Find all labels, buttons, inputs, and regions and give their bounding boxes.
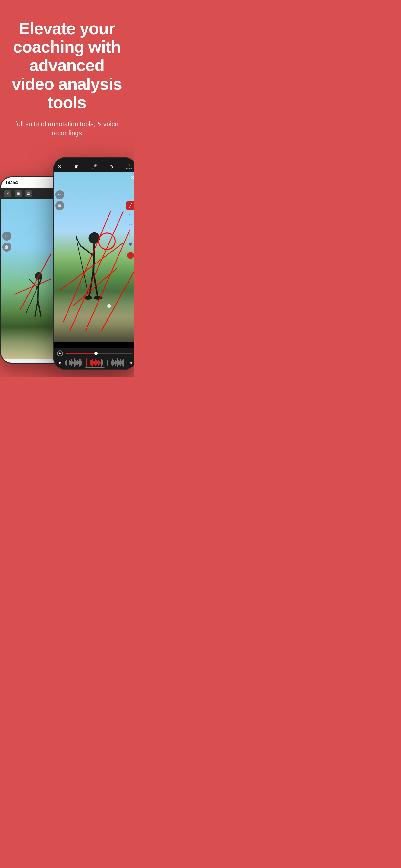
waveform-row: ⏮ ⏭: [57, 358, 133, 367]
progress-track[interactable]: [66, 352, 133, 353]
waveform-bar: [90, 360, 90, 365]
waveform-bar: [83, 360, 83, 366]
waveform-bar: [117, 358, 118, 367]
waveform-bar: [70, 361, 71, 365]
svg-point-24: [99, 233, 115, 250]
waveform-bar: [66, 360, 66, 366]
hero-subtitle: full suite of annotation tools, & voice …: [10, 120, 124, 137]
waveform-bar: [74, 358, 75, 367]
svg-line-21: [86, 230, 130, 331]
waveform-bar: [72, 361, 73, 364]
svg-line-1: [38, 280, 38, 301]
front-delete-btn[interactable]: 🗑: [55, 201, 64, 210]
svg-line-14: [89, 271, 93, 297]
waveform-bar: [125, 361, 125, 365]
arrow-tool-btn[interactable]: ↗: [126, 192, 134, 200]
fill-tool-btn[interactable]: ✱: [126, 240, 134, 249]
waveform-bar: [115, 360, 116, 366]
svg-point-9: [89, 232, 100, 244]
waveform-bar: [110, 359, 111, 367]
hero-title: Elevate your coaching with advanced vide…: [10, 20, 124, 112]
waveform-bar: [104, 359, 105, 366]
waveform-bar: [99, 361, 100, 365]
waveform-bar: [67, 361, 67, 364]
svg-point-25: [107, 304, 111, 308]
rect-tool-btn[interactable]: ▭: [126, 221, 134, 229]
front-bottom-controls: ▶ ⏮ ⏭: [54, 348, 134, 369]
pen-tool-btn[interactable]: ╱: [126, 202, 134, 210]
record-btn[interactable]: [126, 251, 134, 259]
svg-line-4: [35, 301, 38, 317]
back-undo-btn[interactable]: ↩: [2, 231, 11, 241]
waveform-bar: [75, 360, 76, 366]
waveform-bar: [71, 359, 72, 366]
svg-line-23: [101, 268, 134, 331]
svg-line-15: [93, 271, 97, 297]
waveform-bar: [64, 362, 64, 364]
waveform-bar: [114, 362, 115, 364]
squiggle-tool-btn[interactable]: 〜: [126, 211, 134, 220]
back-delete-btn[interactable]: 🗑: [2, 243, 11, 252]
waveform-bar: [86, 358, 86, 367]
waveform-bar: [87, 361, 88, 365]
waveform-bar: [106, 360, 107, 366]
back-save-btn[interactable]: 💾: [25, 190, 32, 197]
front-camera-btn[interactable]: ⊙: [110, 164, 113, 169]
front-undo-btn[interactable]: ↩: [55, 190, 64, 199]
svg-line-13: [76, 237, 89, 297]
svg-line-5: [38, 301, 41, 317]
waveform-bar: [81, 359, 81, 366]
progress-thumb: [94, 352, 97, 355]
waveform-bar: [109, 361, 110, 364]
play-button[interactable]: ▶: [57, 350, 63, 356]
phones-container: 14:54 ✕ ▣ 💾: [0, 157, 134, 376]
waveform-bar: [93, 361, 94, 364]
waveform-bar: [98, 360, 99, 366]
svg-point-16: [84, 296, 92, 300]
svg-line-20: [60, 243, 123, 290]
waveform-bar: [120, 359, 121, 366]
waveform-bar: [76, 361, 77, 365]
front-mic-btn[interactable]: 🎤: [91, 164, 97, 169]
svg-line-18: [63, 211, 111, 321]
svg-line-7: [20, 254, 51, 310]
svg-point-17: [94, 296, 102, 300]
more-chevron-icon: ▼: [127, 164, 130, 167]
svg-line-10: [93, 244, 94, 271]
svg-line-11: [81, 246, 93, 255]
waveform-bar: [113, 360, 114, 365]
waveform-bar: [111, 361, 112, 365]
waveform-bar: [102, 360, 103, 365]
phone-front-screen: ✕ ▣ 🎤 ⊙ ▼ More ✕ ↩ 🗑: [54, 158, 134, 369]
back-layout-btn[interactable]: ▣: [14, 190, 22, 197]
front-toolbar: ✕ ▣ 🎤 ⊙ ▼ More: [54, 158, 134, 173]
front-more-btn[interactable]: ▼ More: [126, 164, 132, 170]
svg-point-0: [35, 272, 42, 280]
front-layout-btn[interactable]: ▣: [74, 164, 79, 169]
waveform-bar: [122, 360, 123, 366]
back-close-btn[interactable]: ✕: [4, 190, 11, 197]
front-phone-notch: [93, 160, 97, 164]
waveform-bar: [79, 361, 79, 364]
front-close-btn[interactable]: ✕: [58, 164, 62, 169]
waveform-bar: [123, 359, 124, 367]
waveform-bar: [94, 361, 95, 365]
waveform-bar: [119, 361, 120, 365]
waveform-bar: [80, 359, 80, 367]
waveform-bar: [69, 360, 69, 365]
waveform-bar: [101, 359, 102, 367]
waveform-bar: [100, 362, 101, 364]
waveform-bar: [112, 359, 113, 366]
waveform-bar: [108, 360, 109, 365]
svg-line-6: [26, 277, 42, 314]
skip-forward-btn[interactable]: ⏭: [128, 361, 132, 365]
circle-tool-btn[interactable]: ○: [126, 230, 134, 239]
waveform-bar: [77, 360, 78, 365]
front-side-tools: ↗ ╱ 〜 ▭ ○ ✱: [126, 192, 134, 259]
waveform-bar: [96, 360, 97, 365]
front-video-close[interactable]: ✕: [131, 175, 134, 180]
skip-back-btn[interactable]: ⏮: [58, 361, 62, 365]
waveform-bar: [81, 361, 82, 365]
back-phone-time: 14:54: [5, 180, 18, 185]
waveform-container[interactable]: [64, 358, 126, 367]
